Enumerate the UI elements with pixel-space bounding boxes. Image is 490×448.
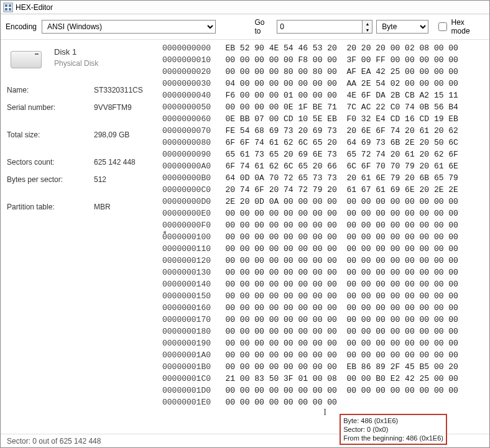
hex-bytes-left[interactable]: 00 00 00 00 00 00 00 00 [225, 386, 336, 395]
hex-bytes-right[interactable]: 00 00 00 00 00 00 00 00 [346, 303, 458, 313]
hex-bytes-left[interactable]: 00 00 00 00 00 00 00 00 [225, 303, 336, 313]
hex-bytes-right[interactable]: 7C AC 22 C0 74 0B 56 B4 [346, 103, 458, 112]
hex-bytes-right[interactable] [346, 398, 463, 407]
hex-bytes-left[interactable]: 00 00 00 00 00 00 00 00 [225, 209, 336, 218]
hex-row[interactable]: 0000000010 00 00 00 00 00 F8 00 00 3F 00… [162, 54, 489, 66]
collapse-arrow-icon[interactable]: ◂ [163, 229, 166, 235]
goto-input[interactable] [277, 20, 363, 34]
hex-bytes-right[interactable]: 00 00 00 00 00 00 00 00 [346, 339, 458, 348]
hex-bytes-right[interactable]: 4E 6F DA 2B CB A2 15 11 [346, 91, 458, 100]
hex-bytes-right[interactable]: 00 00 00 00 00 00 00 00 [346, 386, 458, 395]
hex-row[interactable]: 0000000140 00 00 00 00 00 00 00 00 00 00… [162, 278, 489, 290]
hex-bytes-left[interactable]: 6F 6F 74 61 62 6C 65 20 [225, 138, 336, 147]
unit-select[interactable]: Byte [376, 20, 428, 34]
hex-bytes-left[interactable]: F6 00 00 00 01 00 00 00 [225, 91, 336, 100]
encoding-select[interactable]: ANSI (Windows) [42, 20, 216, 34]
hex-mode-checkbox[interactable]: Hex mode [436, 18, 483, 35]
hex-bytes-left[interactable]: 0E BB 07 00 CD 10 5E EB [225, 114, 336, 124]
hex-row[interactable]: 0000000100 00 00 00 00 00 00 00 00 00 00… [162, 231, 489, 243]
goto-spin-down[interactable]: ▼ [363, 27, 372, 33]
hex-bytes-right[interactable]: 00 00 00 00 00 00 00 00 [346, 232, 458, 242]
hex-row[interactable]: 00000000D0 2E 20 0D 0A 00 00 00 00 00 00… [162, 196, 489, 208]
hex-row[interactable]: 00000000F0 00 00 00 00 00 00 00 00 00 00… [162, 219, 489, 231]
hex-view[interactable]: 0000000000 EB 52 90 4E 54 46 53 20 20 20… [162, 40, 489, 437]
hex-bytes-left[interactable]: 00 00 00 00 00 00 00 00 [225, 268, 336, 277]
hex-row[interactable]: 0000000090 65 61 73 65 20 69 6E 73 65 72… [162, 149, 489, 160]
hex-row[interactable]: 0000000070 FE 54 68 69 73 20 69 73 20 6E… [162, 125, 489, 137]
hex-bytes-left[interactable]: EB 52 90 4E 54 46 53 20 [225, 43, 336, 53]
hex-bytes-left[interactable]: 00 00 00 00 00 00 00 00 [225, 398, 336, 407]
hex-bytes-right[interactable]: 00 00 00 00 00 00 00 00 [346, 327, 458, 336]
hex-bytes-left[interactable]: 00 00 00 00 00 00 00 00 [225, 291, 336, 301]
hex-row[interactable]: 00000000A0 6F 74 61 62 6C 65 20 66 6C 6F… [162, 160, 489, 172]
hex-bytes-left[interactable]: 04 00 00 00 00 00 00 00 [225, 79, 336, 88]
hex-bytes-left[interactable]: 00 00 00 00 00 00 00 00 [225, 350, 336, 360]
hex-bytes-right[interactable]: 00 00 00 00 00 00 00 00 [346, 315, 458, 324]
hex-row[interactable]: 00000000C0 20 74 6F 20 74 72 79 20 61 67… [162, 184, 489, 196]
hex-row[interactable]: 0000000180 00 00 00 00 00 00 00 00 00 00… [162, 326, 489, 337]
hex-bytes-right[interactable]: 61 67 61 69 6E 20 2E 2E [346, 185, 458, 194]
hex-bytes-left[interactable]: 20 74 6F 20 74 72 79 20 [225, 185, 336, 194]
hex-bytes-left[interactable]: 00 00 00 00 00 00 00 00 [225, 327, 336, 336]
hex-row[interactable]: 00000001B0 00 00 00 00 00 00 00 00 EB 86… [162, 361, 489, 373]
hex-bytes-right[interactable]: 6C 6F 70 70 79 20 61 6E [346, 162, 458, 171]
hex-row[interactable]: 0000000160 00 00 00 00 00 00 00 00 00 00… [162, 302, 489, 314]
hex-bytes-right[interactable]: 65 72 74 20 61 20 62 6F [346, 150, 458, 159]
hex-row[interactable]: 0000000170 00 00 00 00 00 00 00 00 00 00… [162, 314, 489, 326]
hex-bytes-right[interactable]: 20 6E 6F 74 20 61 20 62 [346, 126, 458, 135]
hex-bytes-left[interactable]: FE 54 68 69 73 20 69 73 [225, 126, 336, 135]
hex-row[interactable]: 0000000040 F6 00 00 00 01 00 00 00 4E 6F… [162, 89, 489, 101]
hex-bytes-right[interactable]: EB 86 89 2F 45 B5 00 20 [346, 362, 458, 372]
hex-row[interactable]: 00000000B0 64 0D 0A 70 72 65 73 73 20 61… [162, 172, 489, 184]
hex-row[interactable]: 0000000190 00 00 00 00 00 00 00 00 00 00… [162, 337, 489, 349]
hex-bytes-left[interactable]: 00 00 00 00 0E 1F BE 71 [225, 103, 336, 112]
hex-bytes-left[interactable]: 00 00 00 00 00 F8 00 00 [225, 55, 336, 65]
goto-spin-up[interactable]: ▲ [363, 21, 372, 27]
hex-row[interactable]: 0000000130 00 00 00 00 00 00 00 00 00 00… [162, 267, 489, 278]
hex-bytes-left[interactable]: 00 00 00 00 00 00 00 00 [225, 339, 336, 348]
hex-bytes-right[interactable]: 20 61 6E 79 20 6B 65 79 [346, 173, 458, 183]
hex-bytes-right[interactable]: 00 00 00 00 00 00 00 00 [346, 256, 458, 265]
hex-bytes-right[interactable]: 00 00 00 00 00 00 00 00 [346, 291, 458, 301]
hex-bytes-right[interactable]: AF EA 42 25 00 00 00 00 [346, 67, 458, 76]
hex-row[interactable]: 0000000080 6F 6F 74 61 62 6C 65 20 64 69… [162, 137, 489, 149]
hex-bytes-right[interactable]: 00 00 B0 E2 42 25 00 00 [346, 374, 458, 383]
hex-bytes-left[interactable]: 00 00 00 00 00 00 00 00 [225, 315, 336, 324]
hex-row[interactable]: 00000001E0 00 00 00 00 00 00 00 00 [162, 396, 489, 408]
hex-bytes-right[interactable]: 20 20 20 00 02 08 00 00 [346, 43, 458, 53]
hex-bytes-right[interactable]: 64 69 73 6B 2E 20 50 6C [346, 138, 458, 147]
hex-bytes-left[interactable]: 21 00 83 50 3F 01 00 08 [225, 374, 336, 383]
hex-row[interactable]: 00000000E0 00 00 00 00 00 00 00 00 00 00… [162, 208, 489, 219]
hex-bytes-left[interactable]: 2E 20 0D 0A 00 00 00 00 [225, 197, 336, 206]
hex-row[interactable]: 0000000060 0E BB 07 00 CD 10 5E EB F0 32… [162, 113, 489, 125]
hex-row[interactable]: 0000000150 00 00 00 00 00 00 00 00 00 00… [162, 290, 489, 302]
hex-bytes-left[interactable]: 00 00 00 00 00 00 00 00 [225, 221, 336, 230]
hex-bytes-right[interactable]: F0 32 E4 CD 16 CD 19 EB [346, 114, 458, 124]
hex-bytes-right[interactable]: 00 00 00 00 00 00 00 00 [346, 244, 458, 254]
hex-bytes-left[interactable]: 65 61 73 65 20 69 6E 73 [225, 150, 336, 159]
hex-row[interactable]: 00000001A0 00 00 00 00 00 00 00 00 00 00… [162, 349, 489, 361]
hex-bytes-right[interactable]: 00 00 00 00 00 00 00 00 [346, 221, 458, 230]
hex-bytes-right[interactable]: 00 00 00 00 00 00 00 00 [346, 197, 458, 206]
hex-bytes-left[interactable]: 64 0D 0A 70 72 65 73 73 [225, 173, 336, 183]
hex-row[interactable]: 0000000050 00 00 00 00 0E 1F BE 71 7C AC… [162, 101, 489, 113]
hex-row[interactable]: 0000000110 00 00 00 00 00 00 00 00 00 00… [162, 243, 489, 255]
hex-bytes-right[interactable]: 3F 00 FF 00 00 00 00 00 [346, 55, 458, 65]
hex-row[interactable]: 0000000030 04 00 00 00 00 00 00 00 AA 2E… [162, 78, 489, 89]
hex-bytes-right[interactable]: 00 00 00 00 00 00 00 00 [346, 350, 458, 360]
hex-bytes-left[interactable]: 00 00 00 00 80 00 80 00 [225, 67, 336, 76]
hex-bytes-right[interactable]: AA 2E 54 02 00 00 00 00 [346, 79, 458, 88]
hex-row[interactable]: 0000000000 EB 52 90 4E 54 46 53 20 20 20… [162, 42, 489, 54]
hex-bytes-left[interactable]: 6F 74 61 62 6C 65 20 66 [225, 162, 336, 171]
hex-bytes-right[interactable]: 00 00 00 00 00 00 00 00 [346, 280, 458, 289]
hex-row[interactable]: 00000001D0 00 00 00 00 00 00 00 00 00 00… [162, 385, 489, 396]
goto-spinner[interactable]: ▲ ▼ [363, 20, 372, 34]
hex-bytes-right[interactable]: 00 00 00 00 00 00 00 00 [346, 268, 458, 277]
hex-bytes-left[interactable]: 00 00 00 00 00 00 00 00 [225, 362, 336, 372]
hex-row[interactable]: 0000000120 00 00 00 00 00 00 00 00 00 00… [162, 255, 489, 267]
hex-row[interactable]: 0000000020 00 00 00 00 80 00 80 00 AF EA… [162, 66, 489, 78]
hex-bytes-left[interactable]: 00 00 00 00 00 00 00 00 [225, 244, 336, 254]
hex-bytes-left[interactable]: 00 00 00 00 00 00 00 00 [225, 280, 336, 289]
hex-row[interactable]: 00000001C0 21 00 83 50 3F 01 00 08 00 00… [162, 373, 489, 385]
hex-bytes-left[interactable]: 00 00 00 00 00 00 00 00 [225, 256, 336, 265]
